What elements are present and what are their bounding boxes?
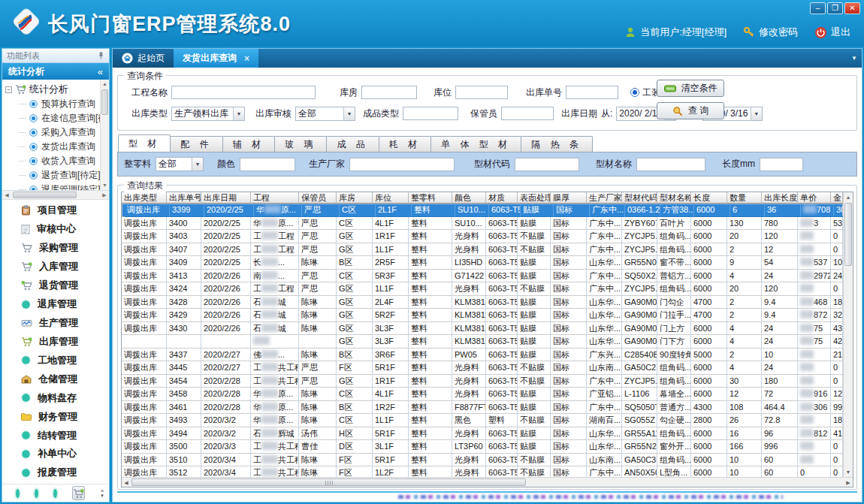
location-input[interactable]: [455, 86, 508, 99]
column-header[interactable]: 型材代码: [622, 192, 657, 204]
scroll-down-icon[interactable]: ▼: [101, 181, 109, 190]
scroll-thumb[interactable]: [844, 203, 852, 266]
tab-shipment-query[interactable]: 发货出库查询 ×: [174, 49, 258, 68]
table-row[interactable]: 调拨出库34542020/2/28工共工程严思G区1R1F整料光身料6063-T…: [122, 375, 843, 388]
sidebar-menu-item[interactable]: 补单中心: [2, 445, 109, 462]
length-input[interactable]: [760, 158, 803, 171]
tab-close-icon[interactable]: ×: [244, 53, 249, 64]
logout[interactable]: 退出: [814, 26, 850, 39]
column-header[interactable]: 出库日期: [201, 192, 251, 204]
scroll-left-icon[interactable]: ◀: [2, 191, 11, 199]
table-row[interactable]: 调拨出库34072020/2/25工工程严思G区1L1F整料光身料6063-T5…: [122, 243, 843, 257]
table-row[interactable]: 调拨出库34932020/3/2华原...陈琳C区1L1F整料黑色塑料不贴膜国标…: [122, 414, 843, 427]
table-row[interactable]: 调拨出库34612020/2/28华原...陈琳B区1R2F整料F8877FT6…: [122, 401, 843, 415]
table-row[interactable]: 调拨出库34942020/3/2石辉城汤伟H区5R1F整料光身料6063-T5贴…: [122, 427, 843, 441]
warehouse-input[interactable]: [361, 86, 417, 99]
table-row[interactable]: 调拨出库34582020/2/28华原...陈琳C区4L1F整料光身料6063-…: [122, 388, 843, 401]
product-type-input[interactable]: [403, 107, 458, 120]
tree-item[interactable]: 发货出库查询: [5, 140, 98, 154]
sidebar-menu-item[interactable]: 出库管理: [2, 333, 109, 350]
table-horizontal-scrollbar[interactable]: ◀ ▶: [122, 477, 853, 487]
tree-item[interactable]: 在途信息查询[待: [5, 111, 98, 125]
tree-item[interactable]: 退货查询[待定]: [5, 168, 98, 183]
column-header[interactable]: 出库单号: [167, 192, 201, 204]
scroll-up-icon[interactable]: ▲: [844, 192, 853, 202]
column-header[interactable]: 出库长度: [762, 192, 798, 204]
table-row[interactable]: 调拨出库35102020/3/4工共工程陈琳F区5R1F整料光身料6063-T5…: [122, 454, 843, 467]
table-row[interactable]: 调拨出库35002020/3/3工共工程曹佳D区3L1F整料LT3P606063…: [122, 440, 843, 454]
tab-home[interactable]: 起始页: [113, 49, 174, 68]
material-tab[interactable]: 隔 热 条: [521, 136, 593, 152]
maximize-button[interactable]: ❐: [827, 2, 843, 14]
scroll-right-icon[interactable]: ▶: [844, 478, 853, 487]
sidebar-menu-item[interactable]: 退货管理: [2, 277, 109, 294]
column-header[interactable]: 型材名称: [657, 192, 691, 204]
column-header[interactable]: 膜厚: [551, 192, 587, 204]
more-buttons-chevron[interactable]: »▼: [100, 488, 104, 499]
sidebar-menu-item[interactable]: 仓储管理: [2, 371, 109, 388]
column-header[interactable]: 库位: [373, 192, 409, 204]
project-name-input[interactable]: [171, 86, 316, 99]
order-no-input[interactable]: [566, 86, 618, 99]
profile-code-input[interactable]: [515, 158, 579, 171]
scroll-thumb[interactable]: [131, 478, 526, 486]
sidebar-menu-item[interactable]: 退库管理: [2, 296, 109, 312]
scroll-left-icon[interactable]: ◀: [122, 478, 131, 487]
out-type-select[interactable]: 生产领料出库▼: [171, 107, 245, 121]
sidebar-menu-item[interactable]: 结转管理: [2, 427, 109, 444]
table-row[interactable]: 调拨出库34452020/2/27工共工程严思F区5R1F整料光身料6063-T…: [122, 361, 843, 375]
maker-input[interactable]: [349, 158, 455, 171]
sidebar-menu-item[interactable]: 物料盘存: [2, 390, 109, 406]
table-row[interactable]: 调拨出库34372020/2/27佛...陈琳B区3R6F整料PW056063-…: [122, 349, 843, 362]
material-tab[interactable]: 辅 材: [222, 136, 275, 152]
column-header[interactable]: 库房: [337, 192, 373, 204]
column-header[interactable]: 保管员: [299, 192, 337, 204]
sidebar-menu-item[interactable]: 入库管理: [2, 258, 109, 275]
table-row[interactable]: 调拨出库34032020/2/25工工程严思G区1R1F整料光身料6063-T5…: [122, 230, 843, 243]
tree-item[interactable]: 退库管理[待定]: [5, 183, 98, 191]
material-tab[interactable]: 成 品: [326, 136, 379, 152]
material-tab[interactable]: 玻 璃: [274, 136, 327, 152]
audit-select[interactable]: 全部▼: [295, 107, 355, 121]
collapse-icon[interactable]: «: [98, 66, 103, 77]
tab-list-caret-icon[interactable]: ▼: [851, 55, 857, 62]
tree-root[interactable]: − 统计分析: [5, 82, 98, 97]
sidebar-menu-item[interactable]: 项目管理: [2, 202, 109, 219]
column-header[interactable]: 表面处理: [518, 192, 551, 204]
material-tab[interactable]: 型 材: [118, 134, 171, 152]
column-header[interactable]: 工程: [251, 192, 299, 204]
column-header[interactable]: 金: [831, 192, 843, 204]
tree-vertical-scrollbar[interactable]: ▲ ▼: [100, 80, 109, 190]
scroll-thumb[interactable]: [13, 192, 77, 198]
column-header[interactable]: 生产厂家: [587, 192, 622, 204]
module-dot-icon[interactable]: [35, 489, 38, 498]
table-row[interactable]: 调拨出库34092020/2/25长...陈琳B区2R5F整料LI35HD606…: [122, 256, 843, 270]
search-button[interactable]: 查 询: [657, 102, 724, 119]
tree-item[interactable]: 采购入库查询: [5, 125, 98, 140]
table-row[interactable]: 调拨出库34292020/2/26石城陈琳G区5R2F整料KLM38176063…: [122, 309, 843, 322]
sidebar-menu-item[interactable]: 生产管理: [2, 315, 109, 331]
column-header[interactable]: 材质: [486, 192, 518, 204]
material-tab[interactable]: 配 件: [170, 136, 222, 152]
table-row[interactable]: 调拨出库35122020/3/4工共工程陈琳F区1L2F整料光身料6063-T5…: [122, 466, 843, 477]
table-row[interactable]: 调拨出库34242020/2/26工工程严思G区1L1F整料光身料6063-T5…: [122, 282, 843, 296]
scroll-down-icon[interactable]: ▼: [844, 467, 853, 477]
sidebar-menu-item[interactable]: 报废管理: [2, 464, 109, 481]
keeper-input[interactable]: [501, 107, 554, 120]
clear-conditions-button[interactable]: 清空条件: [657, 80, 724, 97]
sidebar-menu-item[interactable]: 审核中心: [2, 221, 109, 237]
industrial-radio[interactable]: [630, 88, 639, 97]
sidebar-menu-item[interactable]: 采购管理: [2, 240, 109, 256]
scroll-thumb[interactable]: [101, 89, 108, 115]
column-header[interactable]: 出库类型: [122, 192, 167, 204]
minimize-button[interactable]: –: [810, 2, 826, 14]
table-row[interactable]: 调拨出库34302020/2/26石城陈琳G区3L3F整料KLM38176063…: [122, 322, 843, 336]
scroll-up-icon[interactable]: ▲: [101, 80, 109, 89]
table-row[interactable]: 调拨出库33992020/2/25华原...严思C区2L1F整料SU10...6…: [122, 204, 843, 217]
pin-icon[interactable]: [98, 51, 104, 60]
tree-item[interactable]: 收货入库查询: [5, 154, 98, 168]
whole-part-select[interactable]: 全部▼: [156, 157, 204, 171]
material-tab[interactable]: 耗 材: [379, 136, 431, 152]
tree-horizontal-scrollbar[interactable]: ◀ ▶: [2, 191, 109, 200]
column-header[interactable]: 颜色: [452, 192, 486, 204]
